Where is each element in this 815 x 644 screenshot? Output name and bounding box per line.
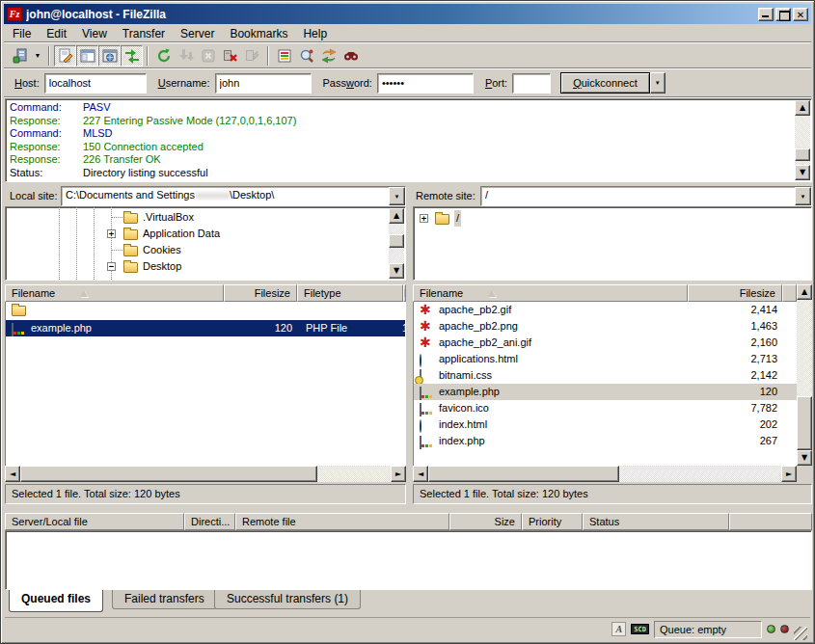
local-site-path: C:\Documents and Settingsxxxxxxxx\Deskto… — [66, 189, 388, 201]
filezilla-window: Fz john@localhost - FileZilla File Edit … — [0, 0, 815, 644]
disconnect-button[interactable] — [219, 45, 241, 67]
scroll-left-button[interactable]: ◄ — [413, 466, 428, 482]
column-header-priority[interactable]: Priority — [522, 513, 583, 530]
column-header-remote-file[interactable]: Remote file — [235, 513, 449, 530]
filezilla-logo-icon: Fz — [7, 7, 22, 21]
scroll-thumb[interactable] — [797, 396, 812, 450]
scroll-left-button[interactable]: ◄ — [5, 466, 20, 482]
find-files-button[interactable] — [340, 45, 362, 67]
minimize-button[interactable] — [758, 8, 774, 21]
scroll-thumb[interactable] — [428, 466, 619, 482]
tree-item-virtualbox[interactable]: .VirtualBox — [6, 209, 388, 226]
scroll-down-button[interactable]: ▼ — [389, 263, 404, 279]
tree-item-root[interactable]: + / — [414, 210, 794, 227]
tab-queued-files[interactable]: Queued files — [9, 590, 103, 612]
scroll-up-button[interactable]: ▲ — [389, 208, 404, 224]
remote-site-dropdown[interactable]: ▼ — [795, 187, 811, 205]
local-site-combo[interactable]: C:\Documents and Settingsxxxxxxxx\Deskto… — [61, 186, 406, 206]
file-row[interactable]: favicon.ico 7,782 — [414, 400, 797, 416]
scroll-thumb[interactable] — [795, 148, 810, 161]
menu-server[interactable]: Server — [173, 25, 222, 42]
transfer-queue-list — [5, 530, 812, 590]
file-row[interactable]: bitnami.css 2,142 — [414, 367, 797, 384]
collapse-minus-icon[interactable]: − — [107, 262, 116, 271]
column-header-size[interactable]: Size — [449, 513, 522, 530]
scroll-up-button[interactable]: ▲ — [795, 100, 810, 116]
column-header-filename[interactable]: Filename — [413, 284, 688, 302]
scroll-down-button[interactable]: ▼ — [795, 165, 810, 180]
toggle-message-log-button[interactable] — [54, 45, 76, 67]
host-input[interactable] — [44, 73, 147, 94]
menu-help[interactable]: Help — [295, 25, 335, 42]
port-input[interactable] — [512, 73, 551, 94]
column-header-stub — [782, 284, 797, 302]
file-row[interactable]: applications.html 2,713 — [414, 351, 797, 367]
menu-bookmarks[interactable]: Bookmarks — [222, 25, 295, 42]
tree-item-desktop[interactable]: − Desktop — [6, 258, 388, 275]
process-queue-icon — [178, 48, 194, 64]
ascii-data-type-icon[interactable]: A — [611, 622, 626, 636]
close-button[interactable] — [793, 8, 808, 21]
file-row[interactable]: index.html 202 — [414, 416, 797, 433]
log-label: Command: — [10, 101, 83, 115]
toggle-local-tree-button[interactable] — [76, 45, 98, 67]
column-header-filetype[interactable]: Filetype — [297, 284, 403, 302]
column-header-direction[interactable]: Directi... — [184, 513, 235, 530]
host-label: Host: — [14, 77, 40, 89]
maximize-button[interactable] — [775, 8, 791, 21]
scroll-down-button[interactable]: ▼ — [797, 450, 812, 466]
file-row[interactable]: apache_pb2_ani.gif 2,160 — [414, 335, 797, 351]
username-input[interactable] — [215, 73, 312, 94]
expand-plus-icon[interactable]: + — [107, 229, 116, 238]
php-file-icon — [12, 323, 14, 336]
expand-plus-icon[interactable]: + — [420, 214, 428, 223]
tree-item-application-data[interactable]: + Application Data — [6, 226, 388, 242]
tab-successful-transfers[interactable]: Successful transfers (1) — [214, 590, 361, 609]
column-header-lastmodified[interactable]: L — [403, 284, 406, 302]
site-manager-button[interactable] — [9, 45, 31, 67]
menu-view[interactable]: View — [74, 25, 115, 42]
tab-failed-transfers[interactable]: Failed transfers — [112, 590, 217, 609]
vertical-splitter[interactable] — [406, 186, 413, 505]
menu-file[interactable]: File — [5, 25, 39, 42]
column-header-filename[interactable]: Filename — [5, 284, 224, 302]
remote-site-combo[interactable]: / ▼ — [480, 186, 812, 206]
directory-comparison-button[interactable] — [295, 45, 317, 67]
scroll-right-button[interactable]: ► — [781, 466, 797, 482]
scroll-thumb[interactable] — [389, 234, 404, 248]
column-header-status[interactable]: Status — [583, 513, 729, 530]
file-row[interactable]: index.php 267 — [414, 433, 797, 449]
column-header-filesize[interactable]: Filesize — [224, 284, 297, 302]
menu-transfer[interactable]: Transfer — [115, 25, 173, 42]
quickconnect-dropdown[interactable]: ▼ — [650, 72, 666, 94]
folder-icon — [123, 229, 138, 240]
scroll-thumb[interactable] — [20, 466, 317, 482]
process-queue-button[interactable] — [175, 45, 197, 67]
file-row-parent-dir[interactable]: .. — [6, 304, 406, 320]
file-row[interactable]: apache_pb2.gif 2,414 — [414, 302, 797, 318]
tree-item-cookies[interactable]: Cookies — [6, 242, 388, 258]
resize-grip[interactable] — [794, 627, 807, 640]
synchronized-browsing-button[interactable] — [317, 45, 340, 67]
file-row[interactable]: apache_pb2.png 1,463 — [414, 318, 797, 335]
toggle-remote-tree-button[interactable] — [98, 45, 121, 67]
window-title: john@localhost - FileZilla — [26, 8, 758, 21]
cancel-operation-button[interactable] — [197, 45, 219, 67]
scroll-up-button[interactable]: ▲ — [797, 284, 812, 300]
file-row-example-php[interactable]: example.php 120 — [414, 384, 797, 400]
toggle-transfer-queue-button[interactable] — [121, 45, 143, 67]
column-header-server-local-file[interactable]: Server/Local file — [5, 513, 184, 530]
column-header-filesize[interactable]: Filesize — [688, 284, 782, 302]
quickconnect-button[interactable]: Quickconnect — [560, 72, 650, 94]
directory-listing-filters-button[interactable] — [273, 45, 295, 67]
file-row-example-php[interactable]: example.php 120 PHP File 1 — [6, 320, 406, 336]
speed-limits-icon[interactable]: SCD — [631, 624, 649, 634]
local-site-dropdown[interactable]: ▼ — [389, 187, 405, 205]
scroll-right-button[interactable]: ► — [391, 466, 406, 482]
menu-edit[interactable]: Edit — [39, 25, 74, 42]
reconnect-button[interactable] — [241, 45, 263, 67]
password-input[interactable] — [377, 73, 474, 94]
folder-icon — [123, 246, 138, 256]
site-manager-dropdown[interactable]: ▼ — [31, 45, 44, 67]
refresh-button[interactable] — [152, 45, 175, 67]
